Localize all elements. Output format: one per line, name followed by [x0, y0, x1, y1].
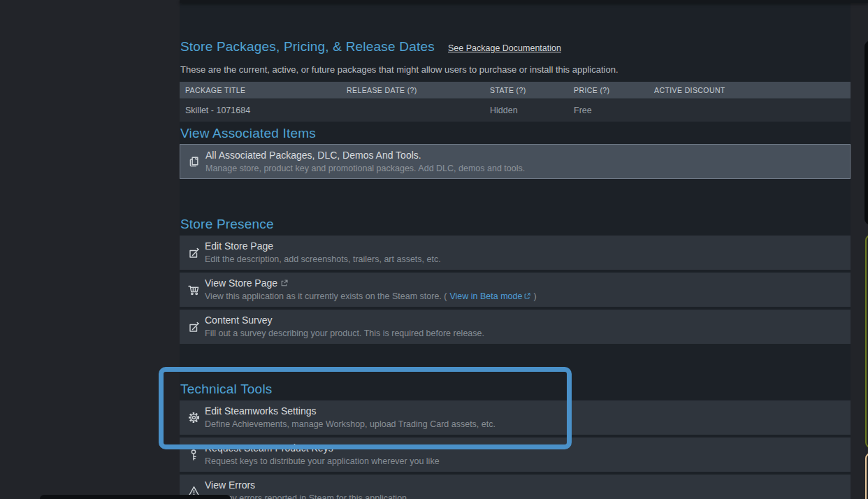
packages-table-header: PACKAGE TITLE RELEASE DATE (?) STATE (?)… — [180, 82, 851, 99]
bottom-popup-edge — [40, 495, 231, 499]
view-errors-row[interactable]: View Errors See any errors reported in S… — [180, 475, 851, 499]
content-survey-title: Content Survey — [205, 314, 273, 326]
edit-store-page-description: Edit the description, add screenshots, t… — [205, 254, 441, 264]
package-state-cell: Hidden — [490, 106, 574, 115]
package-documentation-link[interactable]: See Package Documentation — [448, 43, 561, 53]
offscreen-black-box-edge — [865, 41, 868, 225]
package-table-row[interactable]: Skillet - 1071684 Hidden Free — [180, 99, 851, 122]
external-link-icon — [281, 277, 288, 289]
content-survey-description: Fill out a survey describing your produc… — [205, 328, 484, 338]
edit-icon — [187, 320, 201, 334]
edit-store-page-row[interactable]: Edit Store Page Edit the description, ad… — [180, 236, 851, 270]
all-associated-packages-row[interactable]: All Associated Packages, DLC, Demos And … — [180, 144, 851, 179]
state-help-link[interactable]: (?) — [516, 86, 526, 94]
view-store-page-description: View this application as it currently ex… — [205, 291, 447, 301]
package-title-cell[interactable]: Skillet - 1071684 — [185, 106, 347, 115]
highlight-box — [159, 367, 572, 449]
column-release-date: RELEASE DATE (?) — [347, 86, 490, 94]
view-errors-description: See any errors reported in Steam for thi… — [205, 493, 407, 499]
view-in-beta-mode-link[interactable]: View in Beta mode — [449, 291, 530, 301]
price-help-link[interactable]: (?) — [600, 86, 609, 94]
key-icon — [187, 448, 201, 462]
release-date-help-link[interactable]: (?) — [407, 86, 417, 94]
external-link-icon — [524, 291, 530, 301]
associated-row-title: All Associated Packages, DLC, Demos And … — [205, 150, 421, 161]
cart-icon — [187, 283, 201, 297]
view-store-page-row[interactable]: View Store Page View this application as… — [180, 273, 851, 307]
previous-section-edge — [180, 0, 868, 3]
view-errors-title: View Errors — [205, 479, 255, 491]
pages-icon — [187, 154, 201, 168]
column-active-discount: ACTIVE DISCOUNT — [654, 86, 851, 94]
request-product-keys-description: Request keys to distribute your applicat… — [205, 456, 440, 466]
package-price-cell: Free — [574, 106, 654, 115]
associated-items-heading: View Associated Items — [180, 126, 316, 141]
offscreen-olive-box-edge — [865, 235, 868, 448]
edit-store-page-title: Edit Store Page — [205, 240, 273, 252]
content-survey-row[interactable]: Content Survey Fill out a survey describ… — [180, 310, 851, 344]
view-store-page-description-suffix: ) — [533, 291, 536, 301]
column-state: STATE (?) — [490, 86, 574, 94]
column-price: PRICE (?) — [574, 86, 654, 94]
offscreen-tan-box-edge — [865, 453, 868, 499]
associated-row-description: Manage store, product key and promotiona… — [205, 164, 525, 173]
column-package-title: PACKAGE TITLE — [185, 86, 347, 94]
packages-section-heading: Store Packages, Pricing, & Release Dates — [180, 39, 435, 55]
store-presence-heading: Store Presence — [180, 217, 274, 232]
view-store-page-title: View Store Page — [205, 277, 277, 289]
packages-description: These are the current, active, or future… — [180, 64, 619, 75]
edit-icon — [187, 246, 201, 260]
